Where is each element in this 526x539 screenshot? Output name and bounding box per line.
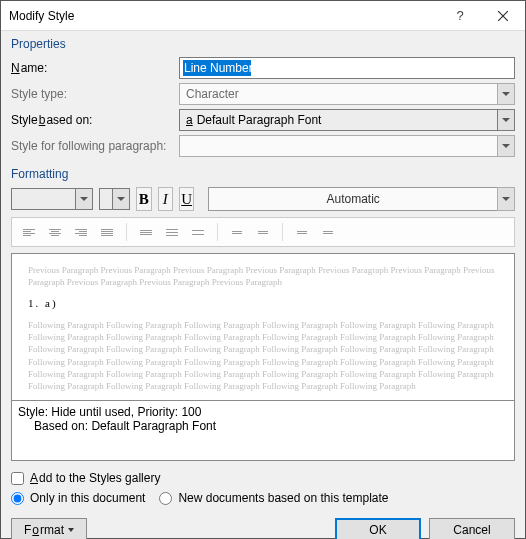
align-center-button — [44, 222, 66, 242]
indent-increase-button — [317, 222, 339, 242]
titlebar: Modify Style ? — [1, 1, 525, 31]
font-color-combo[interactable]: Automatic — [208, 187, 515, 211]
line-spacing-1-button — [135, 222, 157, 242]
help-button[interactable]: ? — [440, 1, 480, 31]
add-to-gallery-checkbox[interactable]: Add to the Styles gallery — [11, 471, 515, 485]
preview-following: Following Paragraph Following Paragraph … — [28, 319, 498, 392]
font-color-value: Automatic — [208, 187, 497, 211]
new-documents-radio[interactable]: New documents based on this template — [159, 491, 388, 505]
chevron-down-icon — [80, 197, 88, 201]
chevron-down-icon — [117, 197, 125, 201]
align-justify-button — [96, 222, 118, 242]
bold-button[interactable]: B — [136, 187, 151, 211]
line-spacing-15-button — [161, 222, 183, 242]
only-this-document-input[interactable] — [11, 492, 24, 505]
name-label: Name: — [11, 61, 171, 75]
desc-line-1: Style: Hide until used, Priority: 100 — [18, 405, 508, 419]
based-on-label: Style based on: — [11, 113, 171, 127]
style-type-value: Character — [179, 83, 497, 105]
align-left-button — [18, 222, 40, 242]
space-before-dec-button — [252, 222, 274, 242]
following-value — [179, 135, 497, 157]
style-type-dropdown — [497, 83, 515, 105]
space-before-inc-button — [226, 222, 248, 242]
style-type-combo: Character — [179, 83, 515, 105]
align-right-button — [70, 222, 92, 242]
underline-button[interactable]: U — [179, 187, 194, 211]
following-combo — [179, 135, 515, 157]
based-on-dropdown[interactable] — [497, 109, 515, 131]
only-this-document-radio[interactable]: Only in this document — [11, 491, 145, 505]
following-label: Style for following paragraph: — [11, 139, 171, 153]
font-size-dropdown[interactable] — [112, 188, 130, 210]
indent-decrease-button — [291, 222, 313, 242]
cancel-button[interactable]: Cancel — [429, 518, 515, 539]
preview-pane: Previous Paragraph Previous Paragraph Pr… — [11, 253, 515, 401]
chevron-down-icon — [502, 144, 510, 148]
chevron-down-icon — [68, 528, 74, 532]
based-on-combo[interactable]: aDefault Paragraph Font — [179, 109, 515, 131]
new-documents-input[interactable] — [159, 492, 172, 505]
chevron-down-icon — [502, 92, 510, 96]
font-size-value — [99, 188, 112, 210]
dialog-title: Modify Style — [9, 9, 440, 23]
properties-heading: Properties — [11, 37, 515, 51]
following-dropdown — [497, 135, 515, 157]
preview-previous: Previous Paragraph Previous Paragraph Pr… — [28, 264, 498, 288]
modify-style-dialog: Modify Style ? Properties Name: Style ty… — [0, 0, 526, 539]
font-name-value — [11, 188, 75, 210]
add-to-gallery-input[interactable] — [11, 472, 24, 485]
chevron-down-icon — [502, 118, 510, 122]
font-color-dropdown[interactable] — [497, 187, 515, 211]
desc-line-2: Based on: Default Paragraph Font — [18, 419, 508, 433]
format-button[interactable]: Format — [11, 518, 87, 539]
close-button[interactable] — [480, 1, 525, 31]
chevron-down-icon — [502, 197, 510, 201]
font-name-combo[interactable] — [11, 188, 93, 210]
italic-button[interactable]: I — [158, 187, 173, 211]
ok-button[interactable]: OK — [335, 518, 421, 539]
font-name-dropdown[interactable] — [75, 188, 93, 210]
line-spacing-2-button — [187, 222, 209, 242]
paragraph-toolbar — [11, 217, 515, 247]
preview-sample: 1. a) — [28, 296, 498, 311]
based-on-value: aDefault Paragraph Font — [179, 109, 497, 131]
close-icon — [498, 11, 508, 21]
formatting-heading: Formatting — [11, 167, 515, 181]
style-type-label: Style type: — [11, 87, 171, 101]
style-description: Style: Hide until used, Priority: 100 Ba… — [11, 401, 515, 461]
name-input[interactable] — [179, 57, 515, 79]
font-size-combo[interactable] — [99, 188, 130, 210]
